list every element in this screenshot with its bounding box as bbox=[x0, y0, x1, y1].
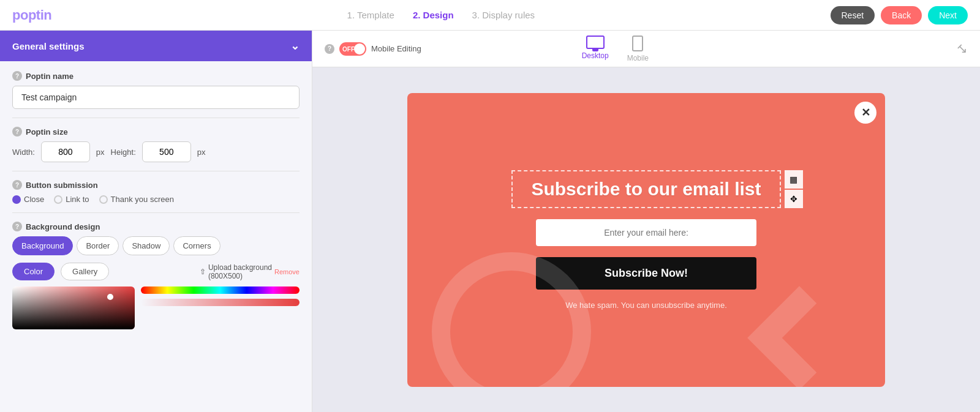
radio-circle-thankyou bbox=[99, 195, 108, 204]
preview-canvas: ✕ Subscribe to our email list ▦ ✥ Subscr… bbox=[312, 67, 980, 412]
radio-circle-link bbox=[54, 195, 62, 204]
poptin-name-label: ? Poptin name bbox=[12, 71, 300, 81]
background-design-label: ? Background design bbox=[12, 222, 300, 231]
close-button[interactable]: ✕ bbox=[854, 102, 876, 124]
next-button[interactable]: Next bbox=[928, 6, 968, 24]
width-label: Width: bbox=[12, 148, 35, 157]
spam-text: We hate spam. You can unsubscribe anytim… bbox=[565, 301, 727, 310]
email-input-field[interactable] bbox=[536, 219, 756, 246]
color-gallery-row: Color Gallery ⇧ Upload background (800X5… bbox=[12, 263, 300, 280]
popup-container: ✕ Subscribe to our email list ▦ ✥ Subscr… bbox=[407, 93, 885, 387]
radio-close-label: Close bbox=[24, 195, 44, 204]
subscribe-button[interactable]: Subscribe Now! bbox=[536, 257, 756, 290]
desktop-icon bbox=[586, 36, 605, 49]
resize-action-btn[interactable]: ✥ bbox=[785, 190, 803, 208]
title-wrapper: Subscribe to our email list ▦ ✥ bbox=[511, 170, 780, 208]
device-buttons: Desktop Mobile bbox=[582, 36, 649, 62]
reset-button[interactable]: Reset bbox=[831, 6, 875, 24]
step-design: 2. Design bbox=[413, 10, 454, 20]
mobile-icon bbox=[632, 36, 643, 51]
logo-text: poptin bbox=[12, 7, 51, 23]
alpha-slider[interactable] bbox=[141, 299, 300, 306]
radio-thankyou[interactable]: Thank you screen bbox=[99, 195, 174, 204]
mobile-editing-label: Mobile Editing bbox=[371, 44, 421, 53]
back-button[interactable]: Back bbox=[881, 6, 922, 24]
size-row: Width: px Height: px bbox=[12, 141, 300, 162]
main-layout: General settings ⌄ ? Poptin name ? Popti… bbox=[0, 31, 980, 412]
color-toggle[interactable]: Color bbox=[12, 263, 55, 280]
chevron-down-icon: ⌄ bbox=[290, 39, 300, 53]
hue-slider[interactable] bbox=[141, 287, 300, 294]
radio-row: Close Link to Thank you screen bbox=[12, 195, 300, 204]
color-gradient-box[interactable] bbox=[12, 287, 135, 329]
logo: poptin bbox=[12, 7, 51, 23]
radio-link[interactable]: Link to bbox=[54, 195, 89, 204]
upload-label: Upload background (800X500) bbox=[208, 263, 272, 280]
nav-buttons: Reset Back Next bbox=[831, 6, 968, 24]
nav-steps: 1. Template 2. Design 3. Display rules bbox=[347, 10, 535, 20]
preview-toolbar: ? OFF Mobile Editing Desktop Mobile ↦ bbox=[312, 31, 980, 67]
desktop-device-btn[interactable]: Desktop bbox=[582, 36, 609, 62]
popup-title-box[interactable]: Subscribe to our email list bbox=[511, 170, 780, 208]
expand-icon[interactable]: ↦ bbox=[954, 40, 971, 58]
width-px: px bbox=[96, 148, 105, 157]
gallery-toggle[interactable]: Gallery bbox=[61, 263, 109, 280]
height-input[interactable] bbox=[142, 141, 191, 162]
divider-1 bbox=[12, 118, 300, 118]
bg-tab-border[interactable]: Border bbox=[77, 236, 119, 255]
step-display-rules: 3. Display rules bbox=[472, 10, 535, 20]
bg-tab-background[interactable]: Background bbox=[12, 236, 73, 255]
height-px: px bbox=[197, 148, 206, 157]
general-settings-header[interactable]: General settings ⌄ bbox=[0, 31, 312, 61]
divider-3 bbox=[12, 212, 300, 213]
poptin-name-input[interactable] bbox=[12, 86, 300, 109]
divider-2 bbox=[12, 171, 300, 171]
mobile-editing-switch[interactable]: OFF bbox=[339, 42, 366, 56]
title-actions: ▦ ✥ bbox=[785, 170, 803, 208]
height-label: Height: bbox=[111, 148, 136, 157]
gradient-thumb bbox=[107, 294, 113, 300]
mobile-label: Mobile bbox=[627, 54, 649, 62]
bg-tabs: Background Border Shadow Corners bbox=[12, 236, 300, 255]
general-settings-title: General settings bbox=[12, 41, 85, 51]
popup-title: Subscribe to our email list bbox=[531, 179, 761, 200]
help-icon-name[interactable]: ? bbox=[12, 71, 22, 81]
help-icon-submission[interactable]: ? bbox=[12, 180, 22, 190]
preview-area: ? OFF Mobile Editing Desktop Mobile ↦ bbox=[312, 31, 980, 412]
help-icon-mobile[interactable]: ? bbox=[325, 44, 334, 54]
width-input[interactable] bbox=[41, 141, 90, 162]
bg-tab-shadow[interactable]: Shadow bbox=[123, 236, 170, 255]
toggle-off-label: OFF bbox=[342, 45, 355, 52]
upload-icon: ⇧ bbox=[200, 268, 206, 276]
radio-thankyou-label: Thank you screen bbox=[111, 195, 174, 204]
poptin-size-label: ? Poptin size bbox=[12, 127, 300, 137]
top-nav: poptin 1. Template 2. Design 3. Display … bbox=[0, 0, 980, 31]
bg-tab-corners[interactable]: Corners bbox=[173, 236, 220, 255]
help-icon-size[interactable]: ? bbox=[12, 127, 22, 137]
mobile-device-btn[interactable]: Mobile bbox=[627, 36, 649, 62]
color-sliders bbox=[141, 287, 300, 306]
upload-background-btn[interactable]: ⇧ Upload background (800X500) Remove bbox=[200, 263, 300, 280]
sidebar-content: ? Poptin name ? Poptin size Width: px He… bbox=[0, 61, 312, 339]
copy-action-btn[interactable]: ▦ bbox=[785, 170, 803, 189]
color-picker-area bbox=[12, 287, 300, 329]
desktop-label: Desktop bbox=[582, 51, 609, 60]
button-submission-label: ? Button submission bbox=[12, 180, 300, 190]
remove-link[interactable]: Remove bbox=[274, 268, 300, 275]
radio-link-label: Link to bbox=[66, 195, 89, 204]
mobile-editing-toggle: ? OFF Mobile Editing bbox=[325, 42, 421, 56]
step-template: 1. Template bbox=[347, 10, 394, 20]
help-icon-bg[interactable]: ? bbox=[12, 222, 22, 231]
radio-circle-close bbox=[12, 195, 21, 204]
sidebar: General settings ⌄ ? Poptin name ? Popti… bbox=[0, 31, 312, 412]
radio-close[interactable]: Close bbox=[12, 195, 44, 204]
